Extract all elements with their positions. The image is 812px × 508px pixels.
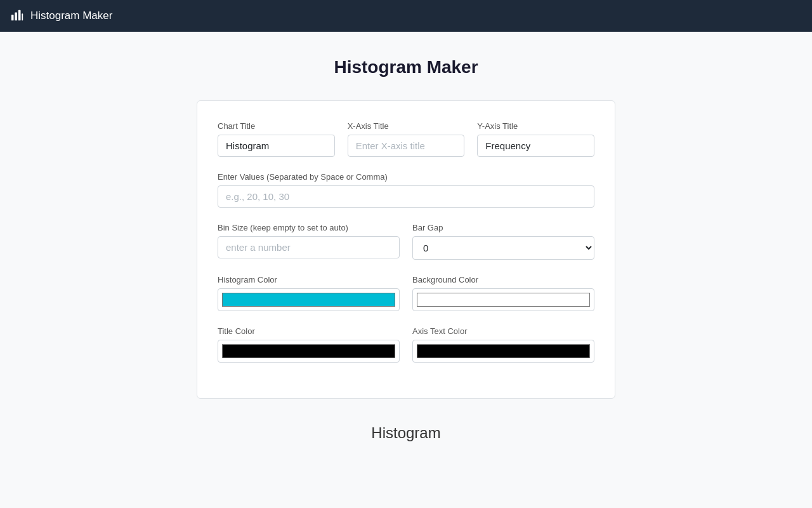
- values-group: Enter Values (Separated by Space or Comm…: [218, 172, 594, 208]
- title-color-wrapper: [218, 340, 400, 363]
- navbar-icon: [10, 9, 24, 23]
- bar-gap-label: Bar Gap: [412, 223, 594, 232]
- svg-rect-0: [11, 15, 14, 20]
- bin-size-label: Bin Size (keep empty to set to auto): [218, 223, 400, 232]
- histogram-color-input[interactable]: [218, 289, 399, 311]
- y-axis-title-input[interactable]: [477, 135, 594, 157]
- title-color-input[interactable]: [218, 340, 399, 362]
- y-axis-title-group: Y-Axis Title: [477, 121, 594, 157]
- title-color-group: Title Color: [218, 326, 400, 363]
- navbar: Histogram Maker: [0, 0, 812, 32]
- axis-text-color-wrapper: [412, 340, 594, 363]
- main-content: Histogram Maker Chart Title X-Axis Title…: [0, 32, 812, 505]
- svg-rect-1: [15, 13, 17, 21]
- x-axis-title-label: X-Axis Title: [348, 121, 465, 131]
- histogram-color-wrapper: [218, 288, 400, 311]
- chart-title-label: Chart Title: [218, 121, 335, 131]
- svg-rect-2: [18, 10, 21, 21]
- background-color-group: Background Color: [412, 275, 594, 311]
- form-row-colors2: Title Color Axis Text Color: [218, 326, 594, 363]
- x-axis-title-group: X-Axis Title: [348, 121, 465, 157]
- page-title: Histogram Maker: [13, 57, 799, 77]
- navbar-title: Histogram Maker: [30, 10, 112, 22]
- bar-gap-group: Bar Gap 0 0.1 0.2 0.3 0.4 0.5: [412, 223, 594, 260]
- form-row-values: Enter Values (Separated by Space or Comm…: [218, 172, 594, 208]
- background-color-input[interactable]: [413, 289, 594, 311]
- y-axis-title-label: Y-Axis Title: [477, 121, 594, 131]
- chart-title-group: Chart Title: [218, 121, 335, 157]
- form-row-colors1: Histogram Color Background Color: [218, 275, 594, 311]
- values-input[interactable]: [218, 185, 594, 208]
- form-row-bin-gap: Bin Size (keep empty to set to auto) Bar…: [218, 223, 594, 260]
- background-color-wrapper: [412, 288, 594, 311]
- svg-rect-3: [22, 13, 23, 20]
- axis-text-color-input[interactable]: [413, 340, 594, 362]
- axis-text-color-group: Axis Text Color: [412, 326, 594, 363]
- chart-section: Histogram: [89, 424, 723, 480]
- form-card: Chart Title X-Axis Title Y-Axis Title En…: [197, 100, 615, 399]
- histogram-color-label: Histogram Color: [218, 275, 400, 284]
- bin-size-group: Bin Size (keep empty to set to auto): [218, 223, 400, 260]
- x-axis-title-input[interactable]: [348, 135, 465, 157]
- background-color-label: Background Color: [412, 275, 594, 284]
- bin-size-input[interactable]: [218, 236, 400, 258]
- chart-display-title: Histogram: [102, 424, 710, 442]
- title-color-label: Title Color: [218, 326, 400, 336]
- chart-title-input[interactable]: [218, 135, 335, 157]
- histogram-color-group: Histogram Color: [218, 275, 400, 311]
- values-label: Enter Values (Separated by Space or Comm…: [218, 172, 594, 182]
- form-row-titles: Chart Title X-Axis Title Y-Axis Title: [218, 121, 594, 157]
- axis-text-color-label: Axis Text Color: [412, 326, 594, 336]
- bar-gap-select[interactable]: 0 0.1 0.2 0.3 0.4 0.5: [412, 236, 594, 260]
